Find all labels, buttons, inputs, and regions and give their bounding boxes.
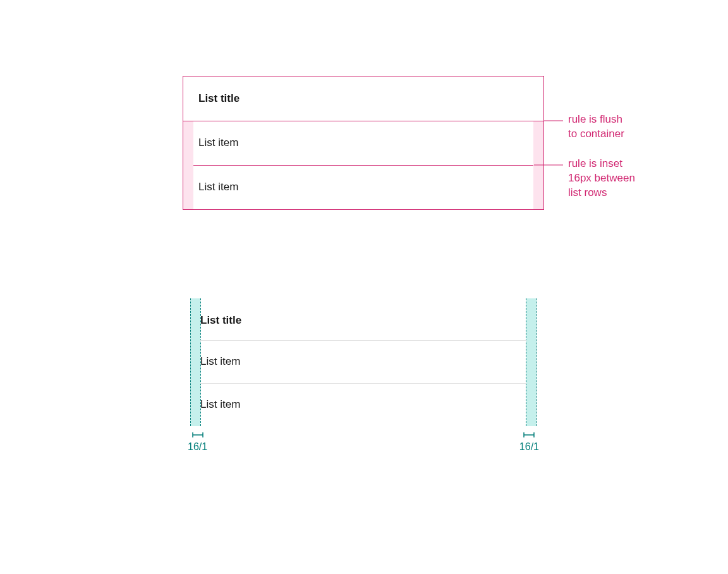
list-spec-pink: List title List item List item rule is f… [183,76,544,210]
divider [200,383,526,384]
list-item-text: List item [198,137,238,149]
annotation-flush: rule is flush to container [568,113,657,142]
list-title: List title [183,301,544,340]
list-row: List item [183,340,544,383]
list-content: List title List item List item [183,298,544,426]
list-item-text: List item [200,398,240,411]
list-stack: List title List item List item [183,298,544,426]
list-title: List title [183,76,543,121]
divider-flush [183,121,543,121]
list-row: List item [183,383,544,426]
measure-right: 16/1 [519,431,539,453]
list-row: List item [183,165,543,209]
padding-highlight-left [183,121,193,165]
measure-left: 16/1 [188,431,207,453]
list-title-text: List title [200,314,241,327]
measure-bracket-icon [190,431,205,439]
annotation-inset: rule is inset 16px between list rows [568,157,669,200]
measure-row: 16/1 16/1 [183,426,544,464]
padding-highlight-left [183,165,193,209]
list-spec-teal: List title List item List item 16/1 [183,298,544,464]
padding-highlight-right [533,121,543,165]
list-title-text: List title [198,92,240,105]
annotation-leader-lines [544,76,569,210]
measure-bracket-icon [521,431,537,439]
divider-inset [193,165,533,166]
list-item-text: List item [198,181,238,193]
measure-label: 16/1 [519,441,539,453]
measure-label: 16/1 [188,441,207,453]
list-item-text: List item [200,355,240,368]
padding-highlight-right [533,165,543,209]
list-row: List item [183,121,543,165]
divider [200,340,526,341]
list-container: List title List item List item [183,76,544,210]
